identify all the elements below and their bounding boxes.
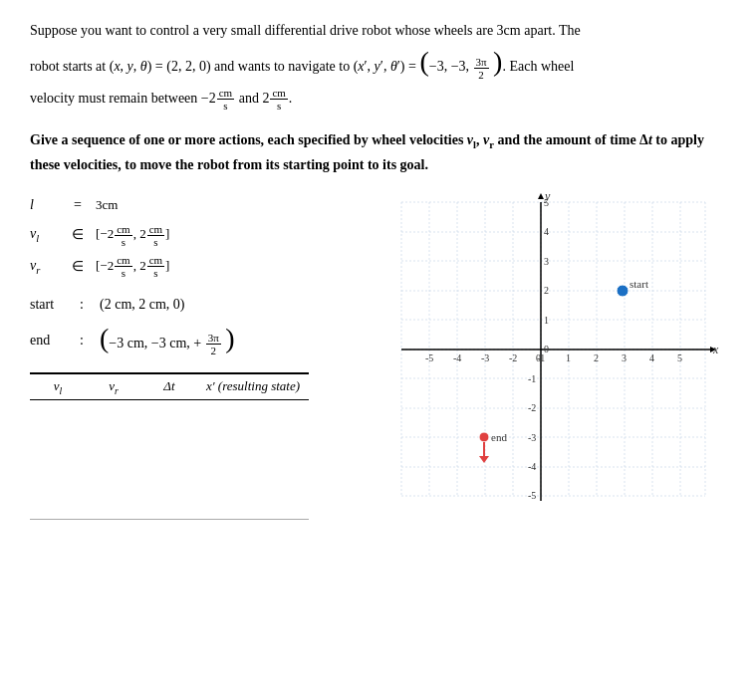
tick-x-4: 4 [649,352,654,363]
page-content: Suppose you want to control a very small… [30,20,725,520]
tick-y--4: -4 [528,461,536,472]
start-row: start : (2 cm, 2 cm, 0) [30,297,347,313]
intro-line1: Suppose you want to control a very small… [30,20,725,42]
end-val: (−3 cm, −3 cm, + 3π2 ) [100,325,235,356]
tick-y--5: -5 [528,490,536,501]
tick-y--2: -2 [528,402,536,413]
tick-y-0: 0 [544,344,549,354]
chart-container: .grid-line { stroke: #b0c4de; stroke-wid… [367,192,725,515]
answer-table: vl vr Δt x′ (resulting state) [30,372,309,521]
start-label: start [30,297,70,313]
param-l-val: 3cm [96,193,118,216]
param-l-eq: = [68,192,88,217]
col-result: x′ (resulting state) [197,378,309,396]
param-vl: vl ∈ [−2cms, 2cms] [30,221,347,249]
tick-x-5: 5 [677,352,682,363]
param-l-label: l [30,192,60,217]
tick-y-5: 5 [544,197,549,208]
main-content: l = 3cm vl ∈ [−2cms, 2cms] vr ∈ [−2cms, … [30,192,725,521]
tick-y-1: 1 [544,315,549,326]
params-section: l = 3cm vl ∈ [−2cms, 2cms] vr ∈ [−2cms, … [30,192,347,281]
tick-x--4: -4 [453,352,461,363]
start-val: (2 cm, 2 cm, 0) [100,297,185,313]
col-vr: vr [86,378,141,396]
instruction-text: Give a sequence of one or more actions, … [30,129,725,176]
tick-y-4: 4 [544,226,549,237]
x-axis-label: x [712,343,719,356]
col-vl: vl [30,378,86,396]
tick-y-3: 3 [544,256,549,267]
tick-x--2: -2 [509,352,517,363]
param-vl-eq: ∈ [68,222,88,247]
table-body[interactable] [30,400,309,520]
problem-statement: Suppose you want to control a very small… [30,20,725,112]
left-panel: l = 3cm vl ∈ [−2cms, 2cms] vr ∈ [−2cms, … [30,192,347,521]
end-label: end [30,333,70,349]
param-vl-val: [−2cms, 2cms] [96,222,169,248]
end-point [479,432,489,442]
coordinate-chart: .grid-line { stroke: #b0c4de; stroke-wid… [367,192,725,511]
tick-y--1: -1 [528,373,536,384]
param-l: l = 3cm [30,192,347,217]
tick-x--3: -3 [481,352,489,363]
col-dt: Δt [141,378,197,396]
param-vr-eq: ∈ [68,254,88,279]
start-end-section: start : (2 cm, 2 cm, 0) end : (−3 cm, −3… [30,297,347,356]
tick-y--3: -3 [528,432,536,443]
tick-x-1: 1 [566,352,571,363]
param-vl-label: vl [30,221,60,249]
end-row: end : (−3 cm, −3 cm, + 3π2 ) [30,325,347,356]
start-colon: : [80,297,90,313]
end-point-label: end [491,431,507,443]
tick-x-2: 2 [594,352,599,363]
start-point [617,285,629,297]
end-pin-arrow [479,456,489,463]
tick-x--5: -5 [425,352,433,363]
tick-x-3: 3 [622,352,627,363]
table-header: vl vr Δt x′ (resulting state) [30,372,309,401]
right-panel: .grid-line { stroke: #b0c4de; stroke-wid… [367,192,725,521]
tick-x-0: 0 [536,352,541,363]
intro-line2: robot starts at (x, y, θ) = (2, 2, 0) an… [30,48,725,80]
param-vr-label: vr [30,253,60,281]
param-vr-val: [−2cms, 2cms] [96,254,169,280]
start-point-label: start [629,278,648,290]
intro-line3: velocity must remain between −2cms and 2… [30,87,725,112]
param-vr: vr ∈ [−2cms, 2cms] [30,253,347,281]
tick-y-2: 2 [544,285,549,296]
end-colon: : [80,333,90,349]
